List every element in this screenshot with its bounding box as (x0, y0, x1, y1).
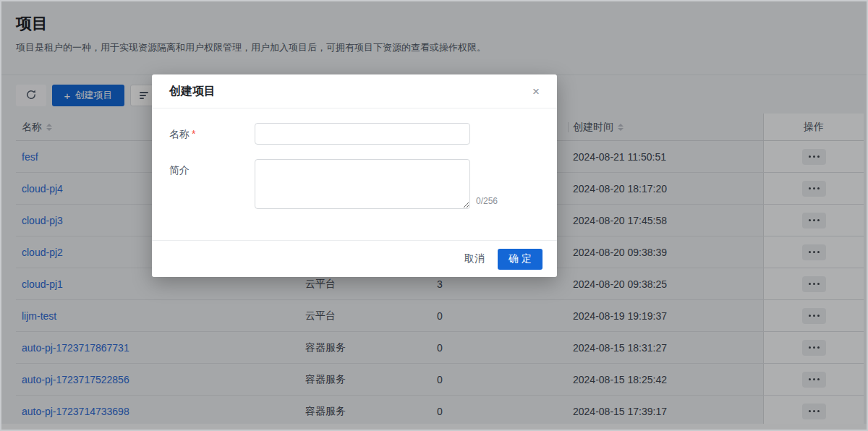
name-label: 名称* (169, 123, 255, 145)
name-field-row: 名称* (169, 123, 540, 145)
intro-textarea-wrap: 0/256 (255, 159, 470, 209)
modal-header: 创建项目 × (152, 74, 557, 108)
project-name-input[interactable] (255, 123, 470, 145)
modal-title: 创建项目 (169, 84, 216, 99)
close-icon[interactable]: × (532, 85, 540, 98)
required-asterisk: * (192, 128, 195, 140)
create-project-modal: 创建项目 × 名称* 简介 0/256 取消 确定 (152, 74, 557, 277)
intro-field-row: 简介 0/256 (169, 159, 540, 209)
modal-body: 名称* 简介 0/256 (152, 108, 557, 240)
project-intro-textarea[interactable] (255, 159, 470, 209)
projects-page: 项目 项目是租户的一种，用于实现资源隔离和用户权限管理，用户加入项目后，可拥有项… (0, 0, 868, 431)
cancel-button[interactable]: 取消 (464, 252, 485, 265)
modal-footer: 取消 确定 (152, 240, 557, 277)
char-counter: 0/256 (476, 196, 498, 206)
confirm-button[interactable]: 确定 (498, 249, 542, 270)
intro-label: 简介 (169, 159, 255, 209)
